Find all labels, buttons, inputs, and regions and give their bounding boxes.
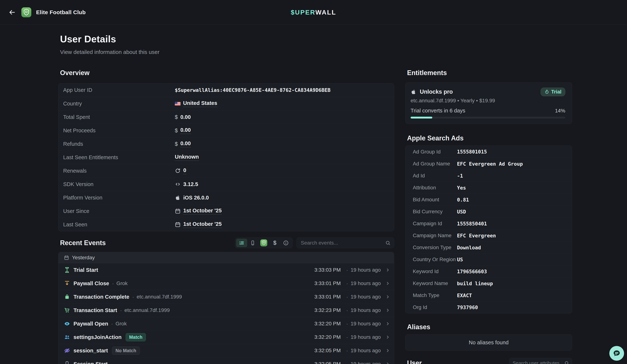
events-search [297, 238, 394, 248]
list-icon [239, 240, 245, 246]
club-app-icon [21, 7, 31, 17]
eye-icon [64, 320, 70, 327]
event-name: settingsJoinAction [73, 334, 122, 340]
dollar-icon: $ [175, 128, 178, 134]
row-value: iOS 26.0.0 [183, 195, 209, 201]
chevron-right-icon [385, 348, 390, 353]
row-label: Match Type [405, 292, 457, 298]
match-badge: Match [126, 333, 146, 341]
divider [562, 360, 562, 364]
row-label: Ad Group Name [405, 161, 457, 167]
recent-events-header: Recent Events [58, 238, 394, 248]
row-label: User Since [58, 208, 175, 214]
table-row: User Since 1st October '25 [58, 204, 394, 218]
event-time: 3:32:23 PM [314, 307, 341, 313]
filter-app-events-button[interactable] [258, 239, 269, 247]
event-row[interactable]: session_start No Match 3:32:05 PM·19 hou… [58, 344, 394, 357]
page-title: User Details [60, 34, 159, 45]
row-label: Ad Group Id [405, 149, 457, 155]
events-filter-toolbar: $ [235, 238, 293, 248]
net-proceeds-value: $ 0.00 [175, 127, 191, 134]
events-search-input[interactable] [301, 240, 385, 246]
user-section-header: User [405, 358, 572, 364]
event-time: 3:32:20 PM [314, 321, 341, 327]
table-row: Net Proceeds $ 0.00 [58, 124, 394, 137]
row-value[interactable]: 0.00 [180, 127, 191, 134]
row-value[interactable]: 0 [183, 167, 186, 174]
user-attributes-search-input[interactable] [513, 360, 561, 364]
calendar-icon [64, 255, 69, 260]
row-value: USD [457, 209, 466, 215]
table-row: Keyword Namebuild lineup [405, 277, 572, 289]
app-name: Elite Football Club [36, 9, 86, 15]
row-label: Platform Version [58, 195, 175, 201]
filter-all-events-button[interactable] [236, 239, 247, 247]
row-value[interactable]: Unknown [175, 154, 199, 161]
event-name: Transaction Complete [73, 294, 129, 300]
row-value[interactable]: 0.00 [180, 140, 191, 147]
search-icon [385, 240, 391, 246]
info-icon [283, 240, 289, 246]
filter-device-events-button[interactable] [247, 239, 258, 247]
event-subtitle: Grok [115, 321, 127, 327]
event-name: Paywall Close [73, 280, 109, 286]
filter-revenue-events-button[interactable]: $ [269, 239, 280, 247]
entitlement-top: Unlocks pro Trial [411, 88, 565, 96]
row-label: Org Id [405, 304, 457, 310]
logo-prefix: $UPER [291, 9, 315, 16]
event-row[interactable]: Paywall Close ·Grok 3:33:01 PM·19 hours … [58, 276, 394, 290]
row-label: Bid Amount [405, 197, 457, 203]
aliases-empty-text: No aliases found [469, 340, 509, 346]
chevron-right-icon [385, 335, 390, 340]
group-label: Yesterday [72, 255, 95, 261]
event-row[interactable]: Transaction Start ·etc.annual.7df.1999 3… [58, 303, 394, 317]
table-row: Country United States [58, 97, 394, 110]
sdk-version-value: 3.12.5 [175, 181, 198, 187]
page-subtitle: View detailed information about this use… [60, 49, 159, 55]
app-user-id-value: $SuperwallAlias:40EC9876-A85E-4AE9-8762-… [175, 87, 330, 93]
row-value: US [457, 257, 463, 262]
row-value: 3.12.5 [183, 181, 198, 187]
table-row: AttributionYes [405, 182, 572, 194]
back-button[interactable] [8, 8, 17, 17]
event-row[interactable]: Trial Start 3:33:03 PM·19 hours ago [58, 263, 394, 276]
row-value: Yes [457, 185, 466, 191]
event-row[interactable]: settingsJoinAction Match 3:32:20 PM·19 h… [58, 330, 394, 344]
event-relative-time: 19 hours ago [351, 294, 381, 300]
event-row[interactable]: Paywall Open ·Grok 3:32:20 PM·19 hours a… [58, 317, 394, 330]
arrow-left-icon [9, 9, 16, 16]
row-label: App User ID [58, 87, 175, 93]
event-name: Transaction Start [73, 307, 117, 313]
event-relative-time: 19 hours ago [351, 280, 381, 286]
title-block: User Details View detailed information a… [60, 34, 159, 55]
filter-info-events-button[interactable] [280, 239, 291, 247]
event-time: 3:32:20 PM [314, 334, 341, 340]
event-relative-time: 19 hours ago [351, 361, 381, 364]
dollar-icon: $ [175, 114, 178, 120]
top-nav: Elite Football Club $UPERWALL [0, 0, 627, 25]
event-row[interactable]: Session Start 3:32:05 PM·19 hours ago [58, 357, 394, 364]
club-app-icon [260, 239, 267, 246]
support-chat-button[interactable] [609, 346, 624, 361]
chevron-right-icon [385, 362, 390, 364]
last-seen-value: 1st October '25 [175, 221, 222, 228]
event-subtitle: Grok [116, 280, 128, 286]
events-group-header: Yesterday [58, 252, 394, 263]
refunds-value: $ 0.00 [175, 140, 191, 147]
apple-search-ads-table: Ad Group Id1555801015 Ad Group NameEFC E… [405, 145, 572, 313]
event-row[interactable]: Transaction Complete ·etc.annual.7df.199… [58, 290, 394, 303]
row-value[interactable]: United States [183, 100, 217, 107]
table-row: App User ID $SuperwallAlias:40EC9876-A85… [58, 83, 394, 97]
table-row: SDK Version 3.12.5 [58, 177, 394, 191]
row-value[interactable]: 1st October '25 [183, 221, 222, 228]
users-icon [64, 334, 70, 340]
table-row: Match TypeEXACT [405, 289, 572, 301]
calendar-icon [175, 208, 181, 214]
entitlement-card: Unlocks pro Trial etc.annual.7df.1999 • … [405, 83, 572, 124]
row-value[interactable]: 1st October '25 [183, 208, 222, 215]
table-row: Refunds $ 0.00 [58, 137, 394, 150]
row-value: 1555801015 [457, 149, 487, 155]
row-label: Bid Currency [405, 209, 457, 215]
event-relative-time: 19 hours ago [351, 348, 381, 354]
logo-suffix: WALL [315, 9, 336, 16]
